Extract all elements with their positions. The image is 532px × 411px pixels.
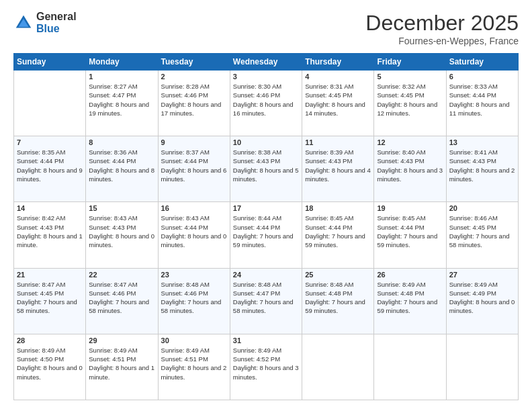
day-number: 29 <box>89 336 154 345</box>
day-detail: Sunrise: 8:42 AMSunset: 4:43 PMDaylight:… <box>17 214 83 249</box>
day-detail: Sunrise: 8:47 AMSunset: 4:45 PMDaylight:… <box>17 280 83 316</box>
day-detail: Sunrise: 8:43 AMSunset: 4:44 PMDaylight:… <box>161 214 227 249</box>
day-number: 28 <box>17 336 83 345</box>
table-cell: 19Sunrise: 8:45 AMSunset: 4:44 PMDayligh… <box>374 202 446 268</box>
day-number: 8 <box>89 138 154 146</box>
week-row-1: 7Sunrise: 8:35 AMSunset: 4:44 PMDaylight… <box>14 136 519 202</box>
day-number: 27 <box>449 271 515 279</box>
table-cell: 3Sunrise: 8:30 AMSunset: 4:46 PMDaylight… <box>230 71 302 136</box>
day-number: 21 <box>17 271 83 279</box>
logo: General Blue <box>13 11 77 34</box>
table-cell: 16Sunrise: 8:43 AMSunset: 4:44 PMDayligh… <box>158 202 230 268</box>
day-number: 11 <box>305 138 371 146</box>
day-detail: Sunrise: 8:27 AMSunset: 4:47 PMDaylight:… <box>89 82 154 118</box>
table-cell: 10Sunrise: 8:38 AMSunset: 4:43 PMDayligh… <box>230 136 302 202</box>
day-number: 24 <box>233 271 299 279</box>
col-friday: Friday <box>374 54 446 71</box>
week-row-3: 21Sunrise: 8:47 AMSunset: 4:45 PMDayligh… <box>14 268 519 334</box>
header: General Blue December 2025 Fournes-en-We… <box>13 11 519 46</box>
table-cell: 27Sunrise: 8:49 AMSunset: 4:49 PMDayligh… <box>446 268 518 334</box>
title-section: December 2025 Fournes-en-Weppes, France <box>365 11 519 46</box>
logo-icon <box>13 13 34 33</box>
table-cell: 5Sunrise: 8:32 AMSunset: 4:45 PMDaylight… <box>374 71 446 136</box>
table-cell: 11Sunrise: 8:39 AMSunset: 4:43 PMDayligh… <box>302 136 374 202</box>
table-cell: 12Sunrise: 8:40 AMSunset: 4:43 PMDayligh… <box>374 136 446 202</box>
day-detail: Sunrise: 8:35 AMSunset: 4:44 PMDaylight:… <box>17 148 83 183</box>
table-cell: 17Sunrise: 8:44 AMSunset: 4:44 PMDayligh… <box>230 202 302 268</box>
day-number: 14 <box>17 204 83 212</box>
day-detail: Sunrise: 8:48 AMSunset: 4:46 PMDaylight:… <box>161 280 227 316</box>
day-number: 2 <box>161 73 227 81</box>
table-cell: 29Sunrise: 8:49 AMSunset: 4:51 PMDayligh… <box>86 334 158 400</box>
day-detail: Sunrise: 8:49 AMSunset: 4:51 PMDaylight:… <box>161 346 227 381</box>
day-detail: Sunrise: 8:49 AMSunset: 4:51 PMDaylight:… <box>89 346 154 381</box>
table-cell <box>14 71 86 136</box>
day-detail: Sunrise: 8:44 AMSunset: 4:44 PMDaylight:… <box>233 214 299 249</box>
day-detail: Sunrise: 8:49 AMSunset: 4:50 PMDaylight:… <box>17 346 83 381</box>
day-number: 7 <box>17 138 83 146</box>
table-cell: 6Sunrise: 8:33 AMSunset: 4:44 PMDaylight… <box>446 71 518 136</box>
day-detail: Sunrise: 8:48 AMSunset: 4:47 PMDaylight:… <box>233 280 299 316</box>
page: General Blue December 2025 Fournes-en-We… <box>0 0 532 411</box>
month-title: December 2025 <box>365 11 519 36</box>
day-detail: Sunrise: 8:41 AMSunset: 4:43 PMDaylight:… <box>449 148 515 183</box>
day-detail: Sunrise: 8:31 AMSunset: 4:45 PMDaylight:… <box>305 82 371 118</box>
day-detail: Sunrise: 8:39 AMSunset: 4:43 PMDaylight:… <box>305 148 371 183</box>
day-number: 9 <box>161 138 227 146</box>
table-cell: 9Sunrise: 8:37 AMSunset: 4:44 PMDaylight… <box>158 136 230 202</box>
logo-blue: Blue <box>36 23 77 35</box>
day-number: 31 <box>233 336 299 345</box>
table-cell <box>446 334 518 400</box>
table-cell: 7Sunrise: 8:35 AMSunset: 4:44 PMDaylight… <box>14 136 86 202</box>
day-detail: Sunrise: 8:33 AMSunset: 4:44 PMDaylight:… <box>449 82 515 118</box>
table-cell: 2Sunrise: 8:28 AMSunset: 4:46 PMDaylight… <box>158 71 230 136</box>
col-wednesday: Wednesday <box>230 54 302 71</box>
col-thursday: Thursday <box>302 54 374 71</box>
table-cell: 15Sunrise: 8:43 AMSunset: 4:43 PMDayligh… <box>86 202 158 268</box>
table-cell: 20Sunrise: 8:46 AMSunset: 4:45 PMDayligh… <box>446 202 518 268</box>
day-number: 19 <box>377 204 443 212</box>
day-detail: Sunrise: 8:37 AMSunset: 4:44 PMDaylight:… <box>161 148 227 183</box>
table-cell: 21Sunrise: 8:47 AMSunset: 4:45 PMDayligh… <box>14 268 86 334</box>
week-row-4: 28Sunrise: 8:49 AMSunset: 4:50 PMDayligh… <box>14 334 519 400</box>
day-number: 5 <box>377 73 443 81</box>
table-cell: 24Sunrise: 8:48 AMSunset: 4:47 PMDayligh… <box>230 268 302 334</box>
day-number: 30 <box>161 336 227 345</box>
logo-general: General <box>36 11 77 23</box>
day-detail: Sunrise: 8:49 AMSunset: 4:48 PMDaylight:… <box>377 280 443 316</box>
day-detail: Sunrise: 8:49 AMSunset: 4:49 PMDaylight:… <box>449 280 515 316</box>
day-detail: Sunrise: 8:48 AMSunset: 4:48 PMDaylight:… <box>305 280 371 316</box>
col-saturday: Saturday <box>446 54 518 71</box>
table-cell <box>302 334 374 400</box>
table-cell: 30Sunrise: 8:49 AMSunset: 4:51 PMDayligh… <box>158 334 230 400</box>
col-tuesday: Tuesday <box>158 54 230 71</box>
day-detail: Sunrise: 8:43 AMSunset: 4:43 PMDaylight:… <box>89 214 154 249</box>
col-monday: Monday <box>86 54 158 71</box>
table-cell: 25Sunrise: 8:48 AMSunset: 4:48 PMDayligh… <box>302 268 374 334</box>
day-detail: Sunrise: 8:46 AMSunset: 4:45 PMDaylight:… <box>449 214 515 249</box>
day-number: 26 <box>377 271 443 279</box>
day-number: 6 <box>449 73 515 81</box>
day-number: 18 <box>305 204 371 212</box>
table-cell: 13Sunrise: 8:41 AMSunset: 4:43 PMDayligh… <box>446 136 518 202</box>
day-detail: Sunrise: 8:40 AMSunset: 4:43 PMDaylight:… <box>377 148 443 183</box>
day-number: 16 <box>161 204 227 212</box>
table-cell: 14Sunrise: 8:42 AMSunset: 4:43 PMDayligh… <box>14 202 86 268</box>
day-detail: Sunrise: 8:32 AMSunset: 4:45 PMDaylight:… <box>377 82 443 118</box>
table-cell: 28Sunrise: 8:49 AMSunset: 4:50 PMDayligh… <box>14 334 86 400</box>
day-number: 12 <box>377 138 443 146</box>
day-detail: Sunrise: 8:28 AMSunset: 4:46 PMDaylight:… <box>161 82 227 118</box>
table-cell: 8Sunrise: 8:36 AMSunset: 4:44 PMDaylight… <box>86 136 158 202</box>
table-cell: 23Sunrise: 8:48 AMSunset: 4:46 PMDayligh… <box>158 268 230 334</box>
week-row-0: 1Sunrise: 8:27 AMSunset: 4:47 PMDaylight… <box>14 71 519 136</box>
day-number: 15 <box>89 204 154 212</box>
header-row: Sunday Monday Tuesday Wednesday Thursday… <box>14 54 519 71</box>
day-number: 4 <box>305 73 371 81</box>
table-cell: 4Sunrise: 8:31 AMSunset: 4:45 PMDaylight… <box>302 71 374 136</box>
day-detail: Sunrise: 8:47 AMSunset: 4:46 PMDaylight:… <box>89 280 154 316</box>
day-detail: Sunrise: 8:45 AMSunset: 4:44 PMDaylight:… <box>305 214 371 249</box>
table-cell: 31Sunrise: 8:49 AMSunset: 4:52 PMDayligh… <box>230 334 302 400</box>
day-number: 20 <box>449 204 515 212</box>
day-number: 22 <box>89 271 154 279</box>
col-sunday: Sunday <box>14 54 86 71</box>
